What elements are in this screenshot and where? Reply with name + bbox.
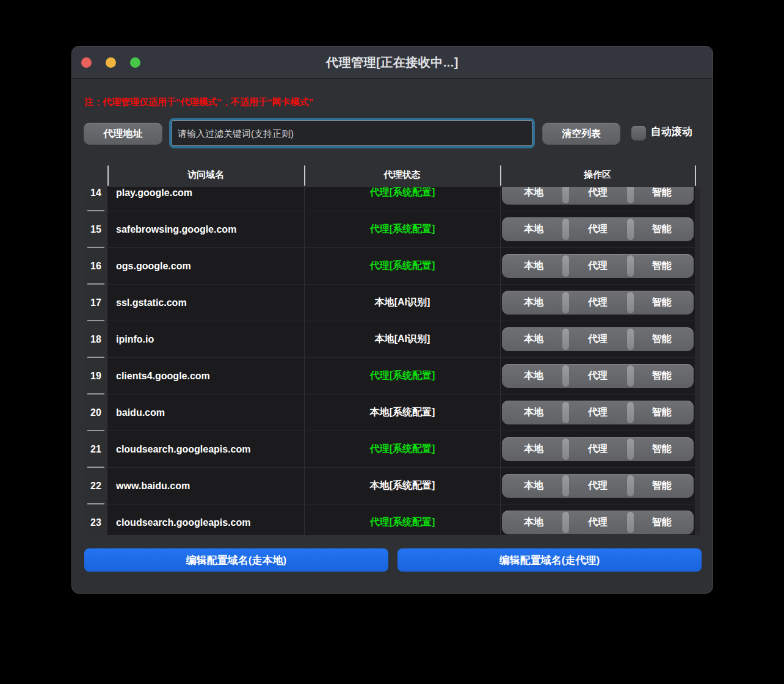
table-row: 18ipinfo.io本地[AI识别]本地代理智能 — [84, 321, 695, 358]
segment-divider — [627, 402, 634, 423]
domain-cell: cloudsearch.googleapis.com — [107, 504, 304, 535]
action-smart-button[interactable]: 智能 — [630, 401, 694, 424]
action-smart-button[interactable]: 智能 — [630, 217, 694, 241]
action-proxy-button[interactable]: 代理 — [566, 254, 630, 278]
domain-cell: ogs.google.com — [107, 248, 304, 285]
domain-cell: cloudsearch.googleapis.com — [107, 431, 304, 468]
action-local-button[interactable]: 本地 — [502, 187, 566, 205]
action-smart-button[interactable]: 智能 — [630, 291, 694, 315]
table-row: 22www.baidu.com本地[系统配置]本地代理智能 — [84, 468, 695, 504]
segment-divider — [627, 512, 634, 533]
table-row: 19clients4.google.com代理[系统配置]本地代理智能 — [84, 358, 695, 395]
action-smart-button[interactable]: 智能 — [630, 254, 694, 278]
row-index: 14 — [84, 187, 107, 211]
segment-divider — [562, 438, 569, 460]
action-smart-button[interactable]: 智能 — [630, 187, 694, 205]
actions-cell: 本地代理智能 — [500, 468, 695, 504]
action-smart-button[interactable]: 智能 — [630, 327, 694, 351]
table-row: 15safebrowsing.google.com代理[系统配置]本地代理智能 — [84, 211, 695, 248]
action-proxy-button[interactable]: 代理 — [566, 187, 630, 205]
action-local-button[interactable]: 本地 — [502, 401, 566, 424]
header-domain: 访问域名 — [107, 164, 304, 187]
proxy-address-button[interactable]: 代理地址 — [84, 123, 162, 145]
row-index: 20 — [84, 395, 107, 431]
header-status: 代理状态 — [304, 164, 500, 187]
row-index: 21 — [84, 431, 107, 468]
domain-cell: ssl.gstatic.com — [107, 285, 304, 321]
action-smart-button[interactable]: 智能 — [630, 511, 694, 534]
status-cell: 本地[系统配置] — [304, 468, 500, 504]
action-proxy-button[interactable]: 代理 — [566, 327, 630, 351]
window-title: 代理管理[正在接收中...] — [326, 54, 459, 71]
action-segmented-control: 本地代理智能 — [502, 364, 694, 388]
actions-cell: 本地代理智能 — [500, 187, 695, 211]
edit-proxy-domains-button[interactable]: 编辑配置域名(走代理) — [397, 548, 702, 572]
action-proxy-button[interactable]: 代理 — [566, 401, 630, 424]
table-row: 16ogs.google.com代理[系统配置]本地代理智能 — [84, 248, 695, 285]
minimize-button[interactable] — [106, 57, 116, 68]
action-local-button[interactable]: 本地 — [502, 474, 566, 498]
domain-cell: ipinfo.io — [107, 321, 304, 358]
row-index: 23 — [84, 504, 107, 535]
header-separator — [695, 166, 696, 186]
status-cell: 代理[系统配置] — [304, 358, 500, 395]
action-segmented-control: 本地代理智能 — [502, 254, 694, 278]
action-proxy-button[interactable]: 代理 — [566, 437, 630, 461]
edit-local-domains-button[interactable]: 编辑配置域名(走本地) — [84, 548, 388, 572]
action-proxy-button[interactable]: 代理 — [566, 474, 630, 498]
status-cell: 代理[系统配置] — [304, 211, 500, 248]
action-local-button[interactable]: 本地 — [502, 327, 566, 351]
action-local-button[interactable]: 本地 — [502, 364, 566, 388]
table-body[interactable]: 14play.google.com代理[系统配置]本地代理智能15safebro… — [84, 187, 700, 535]
row-index: 18 — [84, 321, 107, 358]
segment-divider — [627, 255, 634, 277]
mode-notice-text: 注：代理管理仅适用于“代理模式”，不适用于“网卡模式” — [84, 96, 313, 108]
table-row: 21cloudsearch.googleapis.com代理[系统配置]本地代理… — [84, 431, 695, 468]
table-header: 访问域名 代理状态 操作区 — [84, 164, 700, 187]
close-button[interactable] — [81, 57, 92, 68]
auto-scroll-checkbox[interactable] — [631, 126, 646, 140]
zoom-button[interactable] — [130, 57, 140, 68]
row-index: 19 — [84, 358, 107, 395]
row-index: 17 — [84, 285, 107, 321]
action-local-button[interactable]: 本地 — [502, 437, 566, 461]
action-local-button[interactable]: 本地 — [502, 291, 566, 315]
action-segmented-control: 本地代理智能 — [502, 437, 694, 461]
action-local-button[interactable]: 本地 — [502, 254, 566, 278]
status-cell: 代理[系统配置] — [304, 248, 500, 285]
action-local-button[interactable]: 本地 — [502, 217, 566, 241]
action-proxy-button[interactable]: 代理 — [566, 291, 630, 315]
domain-cell: baidu.com — [107, 395, 304, 431]
action-smart-button[interactable]: 智能 — [630, 474, 694, 498]
table-row: 20baidu.com本地[系统配置]本地代理智能 — [84, 395, 695, 431]
status-cell: 本地[AI识别] — [304, 321, 500, 358]
table-row: 14play.google.com代理[系统配置]本地代理智能 — [84, 187, 695, 211]
action-segmented-control: 本地代理智能 — [502, 187, 694, 205]
action-smart-button[interactable]: 智能 — [630, 437, 694, 461]
segment-divider — [562, 219, 569, 240]
domain-cell: www.baidu.com — [107, 468, 304, 504]
filter-keyword-input[interactable] — [172, 120, 532, 146]
domain-cell: safebrowsing.google.com — [107, 211, 304, 248]
segment-divider — [627, 438, 634, 460]
segment-divider — [627, 292, 634, 313]
action-local-button[interactable]: 本地 — [502, 511, 566, 534]
header-actions: 操作区 — [500, 164, 695, 187]
table-row: 23cloudsearch.googleapis.com代理[系统配置]本地代理… — [84, 504, 695, 535]
segment-divider — [562, 402, 569, 423]
action-proxy-button[interactable]: 代理 — [566, 364, 630, 388]
segment-divider — [562, 365, 569, 387]
clear-list-button[interactable]: 清空列表 — [542, 123, 620, 145]
segment-divider — [562, 292, 569, 313]
filter-input-focus-ring — [169, 118, 535, 148]
action-smart-button[interactable]: 智能 — [630, 364, 694, 388]
action-proxy-button[interactable]: 代理 — [566, 217, 630, 241]
actions-cell: 本地代理智能 — [500, 504, 695, 535]
action-proxy-button[interactable]: 代理 — [566, 511, 630, 534]
segment-divider — [562, 475, 569, 497]
status-cell: 本地[系统配置] — [304, 395, 500, 431]
status-cell: 本地[AI识别] — [304, 285, 500, 321]
status-cell: 代理[系统配置] — [304, 431, 500, 468]
actions-cell: 本地代理智能 — [500, 285, 695, 321]
actions-cell: 本地代理智能 — [500, 431, 695, 468]
